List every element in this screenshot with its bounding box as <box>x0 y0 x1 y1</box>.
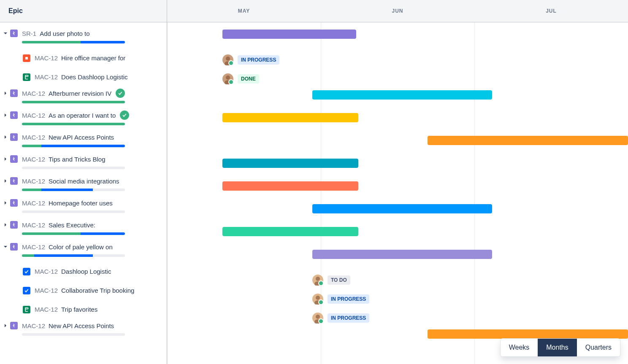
epic-progress <box>22 189 125 191</box>
issue-summary[interactable]: New API Access Points <box>49 322 114 329</box>
timeline-bar[interactable] <box>222 181 358 191</box>
svg-point-7 <box>316 296 320 300</box>
chevron-right-icon[interactable] <box>2 201 9 205</box>
assignee-avatar[interactable] <box>312 313 323 324</box>
epic-progress <box>22 254 125 257</box>
assignee-avatar[interactable] <box>222 54 233 65</box>
issue-summary[interactable]: Add user photo to <box>40 30 89 37</box>
issue-key[interactable]: MAC-12 <box>22 322 45 329</box>
chevron-right-icon[interactable] <box>2 324 9 328</box>
epic-icon <box>10 133 18 141</box>
issue-summary[interactable]: Collaborative Trip booking <box>61 287 134 294</box>
status-badge[interactable]: IN PROGRESS <box>328 294 369 304</box>
status-badge[interactable]: IN PROGRESS <box>238 55 279 65</box>
epic-row[interactable]: MAC-12Tips and Tricks Blog <box>0 152 167 169</box>
issue-summary[interactable]: Color of pale yellow on <box>49 243 113 251</box>
issue-summary[interactable]: Social media integrations <box>49 178 119 185</box>
issue-key[interactable]: MAC-12 <box>35 287 58 294</box>
timeline-bar[interactable] <box>312 204 492 213</box>
epic-progress <box>22 145 125 147</box>
chevron-right-icon[interactable] <box>2 91 9 95</box>
chevron-right-icon[interactable] <box>2 223 9 227</box>
issue-key[interactable]: MAC-12 <box>22 243 45 251</box>
issue-key[interactable]: MAC-12 <box>22 178 45 185</box>
timeline-bar[interactable] <box>428 136 628 145</box>
epic-row[interactable]: MAC-12Afterburner revision IV <box>0 86 167 103</box>
timeline-bar[interactable] <box>312 90 492 100</box>
issue-key[interactable]: MAC-12 <box>22 200 45 207</box>
issue-summary[interactable]: Sales Executive: <box>49 221 95 229</box>
epic-row[interactable]: MAC-12Homepage footer uses <box>0 196 167 213</box>
issue-key[interactable]: SR-1 <box>22 30 36 37</box>
epic-row[interactable]: SR-1Add user photo to <box>0 27 167 43</box>
chevron-down-icon[interactable] <box>2 31 9 35</box>
epic-icon <box>10 221 18 229</box>
issue-key[interactable]: MAC-12 <box>22 90 45 97</box>
story-icon <box>23 306 30 313</box>
issue-summary[interactable]: As an operator I want to <box>49 112 116 119</box>
status-badge[interactable]: TO DO <box>328 275 350 285</box>
issue-summary[interactable]: Tips and Tricks Blog <box>49 156 106 163</box>
timeline-bar[interactable] <box>312 250 492 259</box>
chevron-right-icon[interactable] <box>2 157 9 161</box>
timeline-bar[interactable] <box>222 30 356 39</box>
issue-key[interactable]: MAC-12 <box>35 73 58 81</box>
epic-row[interactable]: MAC-12Sales Executive: <box>0 218 167 235</box>
issue-key[interactable]: MAC-12 <box>35 54 58 62</box>
chevron-down-icon[interactable] <box>2 245 9 249</box>
grid-line <box>167 22 168 364</box>
issue-key[interactable]: MAC-12 <box>35 268 58 275</box>
issue-summary[interactable]: Does Dashloop Logistic <box>61 73 128 81</box>
assignee-status: IN PROGRESS <box>312 313 369 324</box>
assignee-avatar[interactable] <box>312 275 323 286</box>
issue-summary[interactable]: Homepage footer uses <box>49 200 113 207</box>
child-issue-row[interactable]: MAC-12Hire office manager for <box>0 49 167 67</box>
epic-row[interactable]: MAC-12New API Access Points <box>0 319 167 336</box>
issue-summary[interactable]: New API Access Points <box>49 134 114 141</box>
timeline-bar[interactable] <box>222 227 358 236</box>
timeline-body[interactable]: IN PROGRESSDONETO DOIN PROGRESSIN PROGRE… <box>167 22 628 364</box>
issue-summary[interactable]: Hire office manager for <box>61 54 125 62</box>
timeline-bar[interactable] <box>222 113 358 122</box>
scale-option-months[interactable]: Months <box>538 339 577 356</box>
assignee-status: IN PROGRESS <box>222 54 279 65</box>
child-issue-row[interactable]: MAC-12Dashloop Logistic <box>0 262 167 281</box>
svg-point-3 <box>226 75 230 80</box>
epic-icon <box>10 89 18 97</box>
epic-row[interactable]: MAC-12Social media integrations <box>0 174 167 191</box>
issue-summary[interactable]: Trip favorites <box>61 306 97 313</box>
svg-point-6 <box>314 281 321 286</box>
timeline-bar[interactable] <box>222 159 358 168</box>
issue-key[interactable]: MAC-12 <box>22 134 45 141</box>
status-badge[interactable]: DONE <box>238 74 259 84</box>
child-issue-row[interactable]: MAC-12Trip favorites <box>0 300 167 319</box>
chevron-right-icon[interactable] <box>2 113 9 117</box>
issue-summary[interactable]: Afterburner revision IV <box>49 90 111 97</box>
timeline-bar[interactable] <box>428 329 628 339</box>
month-header: MAY <box>167 0 321 22</box>
epic-icon <box>10 177 18 185</box>
status-badge[interactable]: IN PROGRESS <box>328 313 369 323</box>
assignee-avatar[interactable] <box>222 73 233 84</box>
chevron-right-icon[interactable] <box>2 135 9 139</box>
month-header: JUL <box>474 0 628 22</box>
scale-option-weeks[interactable]: Weeks <box>501 339 538 356</box>
svg-point-8 <box>314 300 321 305</box>
issue-key[interactable]: MAC-12 <box>35 306 58 313</box>
month-header: JUN <box>321 0 474 22</box>
scale-switcher: WeeksMonthsQuarters <box>501 339 620 356</box>
child-issue-row[interactable]: MAC-12Collaborative Trip booking <box>0 281 167 300</box>
issue-summary[interactable]: Dashloop Logistic <box>61 268 111 275</box>
epic-row[interactable]: MAC-12Color of pale yellow on <box>0 240 167 257</box>
issue-key[interactable]: MAC-12 <box>22 221 45 229</box>
child-issue-row[interactable]: MAC-12Does Dashloop Logistic <box>0 67 167 86</box>
epic-icon <box>10 322 18 329</box>
chevron-right-icon[interactable] <box>2 179 9 183</box>
issue-key[interactable]: MAC-12 <box>22 112 45 119</box>
assignee-avatar[interactable] <box>312 294 323 305</box>
scale-option-quarters[interactable]: Quarters <box>577 339 620 356</box>
issue-key[interactable]: MAC-12 <box>22 156 45 163</box>
epic-progress <box>22 210 125 213</box>
epic-row[interactable]: MAC-12New API Access Points <box>0 130 167 147</box>
epic-row[interactable]: MAC-12As an operator I want to <box>0 108 167 125</box>
